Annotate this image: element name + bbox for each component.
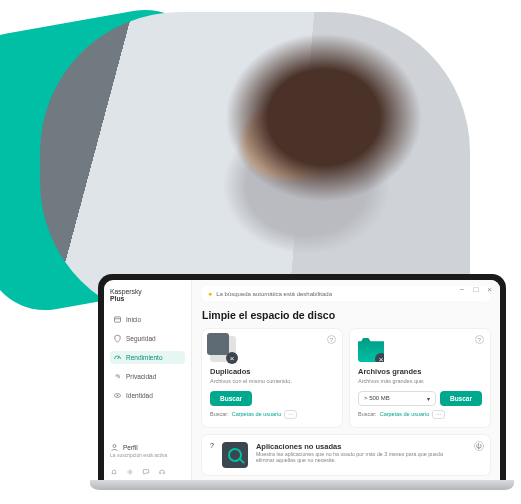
brand: Kaspersky Plus [110,288,185,303]
svg-point-4 [117,395,119,397]
card-large-files: ? Archivos grandes Archivos más grandes … [350,329,490,427]
chevron-down-icon: ▾ [427,395,430,402]
notice-bar: ● La búsqueda automática está deshabilit… [202,286,490,301]
folder-icon [358,336,384,362]
card-sub: Archivos con el mismo contenido. [210,378,334,385]
card-title: Aplicaciones no usadas [256,442,456,451]
more-button[interactable]: ··· [432,410,445,419]
nav: Inicio Seguridad Rendimiento [110,313,185,402]
sidebar-item-security[interactable]: Seguridad [110,332,185,345]
laptop-mockup: − □ × Kaspersky Plus Inicio [98,274,506,492]
close-icon[interactable]: × [487,285,492,294]
svg-point-5 [113,445,116,448]
card-duplicates: ? Duplicados Archivos con el mismo conte… [202,329,342,427]
sidebar-item-label: Identidad [126,392,153,399]
magnifier-icon [222,442,248,468]
card-sub: Muestra las aplicaciones que no ha usado… [256,451,456,464]
sidebar-item-label: Inicio [126,316,141,323]
gear-icon[interactable] [126,468,134,476]
user-icon [110,443,119,452]
speedometer-icon [113,353,122,362]
power-toggle-icon[interactable]: ⏻ [474,441,484,451]
shield-icon [113,334,122,343]
headset-icon[interactable] [158,468,166,476]
help-icon[interactable]: ? [327,335,336,344]
eye-icon [113,391,122,400]
window-controls: − □ × [460,285,492,294]
more-button[interactable]: ··· [284,410,297,419]
sidebar-item-privacy[interactable]: Privacidad [110,370,185,383]
main-panel: ● La búsqueda automática está deshabilit… [192,280,500,480]
card-unused-apps: ? ⏻ Aplicaciones no usadas Muestra las a… [202,435,490,475]
size-select[interactable]: > 500 MB ▾ [358,391,436,406]
search-link[interactable]: Carpetas de usuario [380,411,430,417]
maximize-icon[interactable]: □ [473,285,478,294]
minimize-icon[interactable]: − [460,285,465,294]
cards-row: ? Duplicados Archivos con el mismo conte… [202,329,490,427]
page-title: Limpie el espacio de disco [202,309,490,321]
profile-block[interactable]: Perfil La suscripción está activa [110,439,185,458]
search-label: Buscar: [210,411,229,417]
search-link[interactable]: Carpetas de usuario [232,411,282,417]
svg-line-2 [118,357,120,359]
size-select-value: > 500 MB [364,395,390,401]
search-scope-line: Buscar: Carpetas de usuario ··· [210,410,334,419]
chat-icon[interactable] [142,468,150,476]
brand-line1: Kaspersky [110,288,142,295]
sidebar-item-performance[interactable]: Rendimiento [110,351,185,364]
profile-sub: La suscripción está activa [110,452,185,458]
fingerprint-icon [113,372,122,381]
bell-icon[interactable] [110,468,118,476]
profile-title: Perfil [123,444,138,451]
app-window: Kaspersky Plus Inicio Seguridad [104,280,500,480]
svg-rect-0 [115,317,121,322]
duplicates-icon [210,336,236,362]
sidebar-item-label: Rendimiento [126,354,163,361]
search-button[interactable]: Buscar [440,391,482,406]
help-icon[interactable]: ? [475,335,484,344]
sidebar-bottom-icons [110,464,185,476]
help-icon[interactable]: ? [210,442,214,468]
card-title: Archivos grandes [358,367,482,376]
home-icon [113,315,122,324]
laptop-base [90,480,514,490]
sidebar-item-label: Privacidad [126,373,156,380]
brand-line2: Plus [110,295,185,302]
svg-point-6 [129,471,131,473]
sidebar: Kaspersky Plus Inicio Seguridad [104,280,192,480]
sidebar-item-label: Seguridad [126,335,156,342]
notice-text: La búsqueda automática está deshabilitad… [216,291,332,297]
search-label: Buscar: [358,411,377,417]
search-button[interactable]: Buscar [210,391,252,406]
sidebar-item-identity[interactable]: Identidad [110,389,185,402]
search-scope-line: Buscar: Carpetas de usuario ··· [358,410,482,419]
card-sub: Archivos más grandes que: [358,378,482,385]
card-title: Duplicados [210,367,334,376]
warning-icon: ● [208,290,212,297]
sidebar-item-home[interactable]: Inicio [110,313,185,326]
